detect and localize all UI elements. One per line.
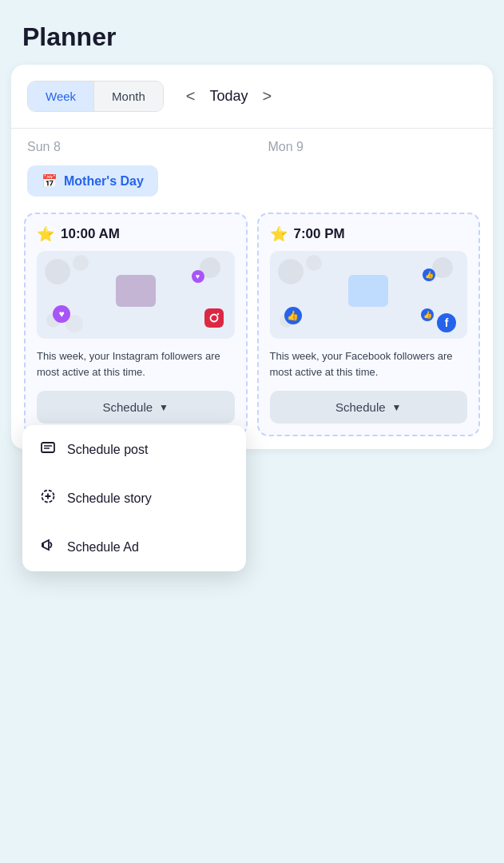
post-time-2: ⭐ 7:00 PM bbox=[270, 225, 468, 243]
schedule-button-2[interactable]: Schedule ▼ bbox=[270, 391, 468, 424]
post-card-facebook: ⭐ 7:00 PM 👍 👍 👍 f bbox=[257, 213, 481, 436]
page-title: Planner bbox=[22, 22, 482, 52]
holiday-badge: 📅 Mother's Day bbox=[27, 165, 158, 197]
schedule-label-2: Schedule bbox=[335, 400, 386, 414]
holiday-row: 📅 Mother's Day bbox=[11, 165, 493, 206]
facebook-logo: f bbox=[437, 313, 456, 332]
schedule-post-label: Schedule post bbox=[67, 443, 148, 457]
toolbar: Week Month < Today > bbox=[11, 81, 493, 128]
svg-rect-0 bbox=[204, 308, 224, 328]
svg-rect-9 bbox=[42, 543, 44, 547]
day-label-sun: Sun 8 bbox=[27, 140, 252, 154]
schedule-ad-item[interactable]: Schedule Ad bbox=[22, 523, 246, 571]
main-card: Week Month < Today > Sun 8 Mon 9 📅 Mothe… bbox=[11, 65, 493, 449]
schedule-story-item[interactable]: Schedule story bbox=[22, 474, 246, 523]
month-button[interactable]: Month bbox=[93, 82, 163, 111]
view-toggle: Week Month bbox=[27, 81, 164, 112]
page-wrapper: Planner Week Month < Today > Sun 8 Mon 9… bbox=[0, 0, 504, 449]
dropdown-arrow-2: ▼ bbox=[392, 402, 402, 413]
calendar-header: Sun 8 Mon 9 bbox=[11, 128, 493, 165]
time-label-2: 7:00 PM bbox=[294, 226, 345, 242]
heart-react-2: ♥ bbox=[192, 270, 204, 283]
schedule-label-1: Schedule bbox=[103, 400, 153, 414]
svg-point-2 bbox=[216, 313, 218, 315]
schedule-post-icon bbox=[40, 439, 56, 459]
page-header: Planner bbox=[0, 0, 504, 65]
schedule-story-icon bbox=[40, 488, 56, 508]
post-description-2: This week, your Facebook followers are m… bbox=[270, 348, 468, 380]
thumb-react-2: 👍 bbox=[423, 268, 435, 281]
today-label: Today bbox=[209, 88, 248, 105]
schedule-story-label: Schedule story bbox=[67, 491, 152, 506]
thumb-react-3: 👍 bbox=[421, 308, 434, 321]
next-button[interactable]: > bbox=[256, 84, 279, 109]
post-time-1: ⭐ 10:00 AM bbox=[37, 225, 235, 243]
schedule-ad-icon bbox=[40, 537, 56, 557]
post-illustration-instagram: ♥ ♥ bbox=[37, 251, 235, 339]
post-card-instagram: ⭐ 10:00 AM ♥ ♥ bbox=[24, 213, 248, 436]
post-description-1: This week, your Instagram followers are … bbox=[37, 348, 235, 380]
posts-grid: ⭐ 10:00 AM ♥ ♥ bbox=[11, 206, 493, 449]
fb-card bbox=[348, 275, 388, 307]
holiday-label: Mother's Day bbox=[64, 174, 144, 189]
star-icon-1: ⭐ bbox=[37, 225, 54, 243]
thumb-react-1: 👍 bbox=[284, 307, 302, 324]
schedule-ad-label: Schedule Ad bbox=[67, 540, 139, 555]
schedule-button-1[interactable]: Schedule ▼ bbox=[37, 391, 235, 424]
heart-react-1: ♥ bbox=[53, 305, 70, 323]
prev-button[interactable]: < bbox=[180, 84, 202, 109]
day-label-mon: Mon 9 bbox=[252, 140, 478, 154]
dropdown-arrow-1: ▼ bbox=[159, 402, 169, 413]
week-button[interactable]: Week bbox=[28, 82, 93, 111]
svg-rect-3 bbox=[42, 443, 54, 452]
instagram-logo bbox=[204, 308, 224, 332]
nav-controls: < Today > bbox=[180, 84, 278, 109]
time-label-1: 10:00 AM bbox=[61, 226, 120, 242]
insta-card bbox=[116, 275, 156, 307]
schedule-post-item[interactable]: Schedule post bbox=[22, 425, 246, 474]
post-illustration-facebook: 👍 👍 👍 f bbox=[270, 251, 468, 339]
star-icon-2: ⭐ bbox=[270, 225, 288, 243]
dropdown-menu: Schedule post Schedule story bbox=[22, 425, 246, 571]
holiday-icon: 📅 bbox=[42, 173, 58, 189]
